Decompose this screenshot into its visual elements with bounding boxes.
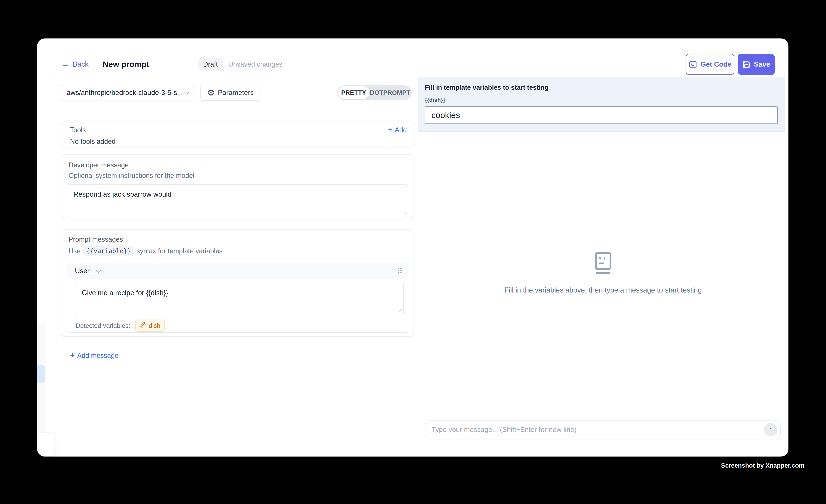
tools-card: Tools + Add No tools added	[61, 121, 414, 147]
model-select[interactable]: aws/anthropic/bedrock-claude-3-5-s...	[61, 85, 194, 101]
background-selected-item	[37, 365, 45, 383]
variable-syntax-chip: {{variable}}	[83, 246, 133, 256]
up-arrow-icon: ↑	[769, 425, 773, 434]
variable-value-input[interactable]	[425, 106, 778, 124]
chat-input-bar: Type your message... (Shift+Enter for ne…	[418, 412, 788, 456]
plus-icon: +	[70, 351, 75, 359]
parameters-label: Parameters	[218, 89, 254, 97]
message-block: User Give me a recipe for {{dish}}	[67, 263, 408, 333]
pencil-icon	[140, 322, 146, 329]
chat-input-placeholder: Type your message... (Shift+Enter for ne…	[431, 426, 764, 434]
add-message-button[interactable]: + Add message	[70, 352, 408, 360]
editor-pane: aws/anthropic/bedrock-claude-3-5-s... ⚙ …	[37, 77, 417, 456]
message-textarea[interactable]: Give me a recipe for {{dish}}	[75, 283, 404, 315]
unsaved-changes-text: Unsaved changes	[228, 60, 282, 68]
toggle-pretty[interactable]: PRETTY	[338, 86, 369, 99]
tools-empty-text: No tools added	[70, 137, 407, 145]
status-badge: Draft	[198, 58, 223, 71]
chat-empty-text: Fill in the variables above, then type a…	[505, 286, 702, 294]
chat-message-input[interactable]: Type your message... (Shift+Enter for ne…	[425, 420, 780, 439]
robot-face-icon	[594, 252, 612, 275]
page-title: New prompt	[103, 60, 149, 69]
developer-message-title: Developer message	[68, 161, 408, 169]
get-code-label: Get Code	[701, 60, 731, 68]
detected-variables-label: Detected variables:	[76, 322, 130, 329]
background-popover	[37, 433, 54, 456]
developer-message-value: Respond as jack sparrow would	[67, 185, 408, 204]
chevron-down-icon	[184, 89, 190, 94]
gear-icon: ⚙	[207, 88, 215, 97]
message-body: Give me a recipe for {{dish}} Detected v…	[67, 279, 408, 332]
developer-message-textarea[interactable]: Respond as jack sparrow would	[67, 184, 408, 217]
template-variables-heading: Fill in template variables to start test…	[425, 84, 778, 91]
resize-handle-icon[interactable]	[398, 306, 402, 314]
save-label: Save	[754, 60, 770, 68]
role-select[interactable]: User	[75, 267, 90, 275]
developer-message-card: Developer message Optional system instru…	[61, 154, 414, 219]
variable-name-label: {{dish}}	[425, 97, 778, 103]
message-value: Give me a recipe for {{dish}}	[75, 284, 403, 303]
add-tool-button[interactable]: + Add	[388, 126, 407, 134]
model-select-value: aws/anthropic/bedrock-claude-3-5-s...	[67, 89, 185, 97]
parameters-button[interactable]: ⚙ Parameters	[200, 85, 260, 101]
resize-handle-icon[interactable]	[402, 208, 407, 216]
back-label: Back	[73, 60, 88, 68]
prompt-editor-window: ← Back New prompt Draft Unsaved changes …	[37, 39, 788, 456]
variable-badge-label: dish	[149, 322, 160, 329]
terminal-icon	[689, 60, 697, 69]
prompt-messages-card: Prompt messages Use {{variable}} syntax …	[61, 230, 414, 337]
watermark-text: Screenshot by Xnapper.com	[721, 462, 805, 469]
add-message-label: Add message	[77, 352, 118, 360]
detected-variables-row: Detected variables: dish	[76, 319, 404, 332]
test-pane: Fill in template variables to start test…	[418, 77, 788, 456]
template-variables-panel: Fill in template variables to start test…	[418, 77, 785, 132]
save-button[interactable]: Save	[738, 54, 775, 75]
developer-message-subtitle: Optional system instructions for the mod…	[68, 172, 408, 180]
send-button[interactable]: ↑	[764, 423, 778, 436]
variable-badge-dish[interactable]: dish	[135, 320, 165, 331]
view-mode-toggle: PRETTY DOTPROMPT	[337, 85, 412, 100]
subtitle-suffix: syntax for template variables	[136, 247, 223, 255]
save-icon	[742, 60, 751, 68]
toggle-dotprompt[interactable]: DOTPROMPT	[369, 86, 411, 99]
header: ← Back New prompt Draft Unsaved changes …	[37, 39, 788, 77]
drag-handle-icon[interactable]	[397, 266, 403, 275]
plus-icon: +	[388, 126, 393, 134]
back-arrow-icon: ←	[61, 60, 70, 68]
tools-title: Tools	[70, 126, 86, 134]
prompt-messages-subtitle: Use {{variable}} syntax for template var…	[68, 246, 408, 256]
prompt-messages-title: Prompt messages	[68, 236, 408, 243]
get-code-button[interactable]: Get Code	[686, 54, 734, 75]
subtitle-prefix: Use	[68, 247, 80, 255]
chat-empty-state: Fill in the variables above, then type a…	[418, 133, 788, 413]
message-role-header: User	[67, 263, 408, 279]
back-button[interactable]: ← Back	[61, 60, 88, 69]
add-tool-label: Add	[395, 126, 407, 134]
model-toolbar: aws/anthropic/bedrock-claude-3-5-s... ⚙ …	[37, 77, 417, 108]
chevron-down-icon	[96, 267, 102, 273]
